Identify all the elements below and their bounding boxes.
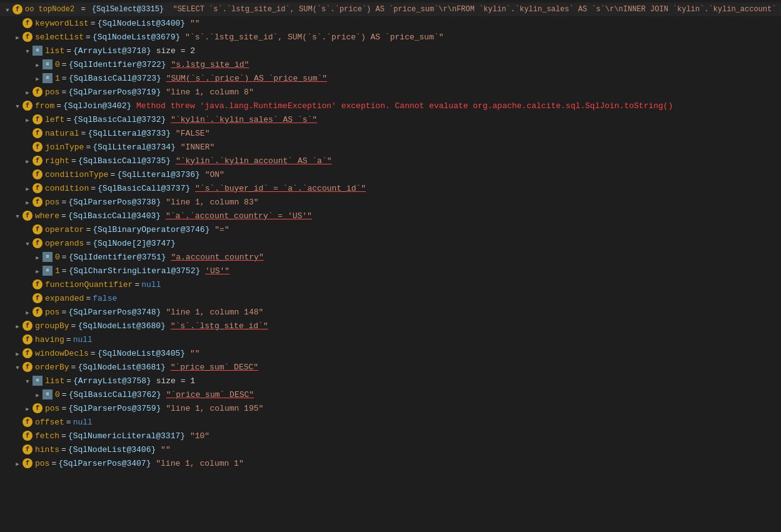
tree-rows: fkeywordList = {SqlNodeList@3400} ""fsel… <box>0 16 781 470</box>
expand-icon[interactable] <box>23 404 33 413</box>
ref-type: {SqlLiteral@3733} <box>88 129 171 138</box>
string-value: "line 1, column 8" <box>166 88 253 97</box>
field-icon: f <box>33 307 43 317</box>
key-name: joinType <box>45 143 84 152</box>
field-icon: f <box>33 128 43 138</box>
tree-row: fhaving = null <box>0 333 781 346</box>
key-name: from <box>35 101 54 111</box>
expand-icon[interactable] <box>33 266 43 276</box>
tree-row: foffset = null <box>0 415 781 429</box>
string-value: "a.account_country" <box>171 253 263 262</box>
ref-type: {SqlNodeList@3679} <box>93 33 180 42</box>
string-value: "INNER" <box>181 143 215 152</box>
field-icon: f <box>23 101 33 111</box>
list-icon: ≡ <box>33 46 43 56</box>
ref-type: {SqlBinaryOperator@3746} <box>93 225 209 234</box>
list-icon: ≡ <box>43 73 53 83</box>
string-value: "=" <box>214 225 229 234</box>
error-value: Method threw 'java.lang.RuntimeException… <box>136 101 673 111</box>
tree-row: fpos = {SqlParserPos@3407} "line 1, colu… <box>0 456 781 470</box>
ref-type: {SqlParserPos@3748} <box>68 308 161 317</box>
expand-icon[interactable] <box>13 363 23 372</box>
string-value: "SUM(`s`.`price`) AS `price_sum`" <box>166 74 327 83</box>
expand-icon[interactable] <box>33 390 43 399</box>
tree-row: fcondition = {SqlBasicCall@3737} "`s`.`b… <box>0 181 781 195</box>
ref-type: {SqlNodeList@3400} <box>98 19 185 28</box>
expand-icon[interactable] <box>23 156 33 166</box>
string-value: "`kylin`.`kylin_account` AS `a`" <box>176 156 332 166</box>
tree-row: fpos = {SqlParserPos@3759} "line 1, colu… <box>0 401 781 415</box>
header-row: f oo topNode2 = {SqlSelect@3315} "SELECT… <box>0 3 781 16</box>
string-value: "`a`.`account_country` = 'US'" <box>166 211 312 221</box>
ref-type: {SqlNodeList@3681} <box>78 363 165 372</box>
tree-container: f oo topNode2 = {SqlSelect@3315} "SELECT… <box>0 0 781 473</box>
expand-icon[interactable] <box>13 101 23 111</box>
key-name: condition <box>45 184 89 193</box>
tree-row: ≡1 = {SqlCharStringLiteral@3752} 'US'" <box>0 264 781 278</box>
key-name: list <box>45 376 64 386</box>
expand-icon[interactable] <box>33 74 43 83</box>
list-icon: ≡ <box>43 266 53 276</box>
expand-icon[interactable] <box>33 60 43 69</box>
header-value: "SELECT `s`.`lstg_site_id`, SUM(`s`.`pri… <box>168 5 781 14</box>
header-expand-icon[interactable] <box>3 5 13 14</box>
ref-type: {ArrayList@3718} <box>73 46 151 56</box>
field-icon: f <box>23 348 33 358</box>
string-value: "" <box>190 349 200 358</box>
key-name: functionQuantifier <box>45 280 133 289</box>
key-name: conditionType <box>45 170 108 179</box>
expand-icon[interactable] <box>13 211 23 221</box>
ref-type: {SqlBasicCall@3762} <box>69 390 161 399</box>
key-name: pos <box>35 459 49 468</box>
string-value: "`price_sum` DESC" <box>166 390 254 399</box>
ref-type: {SqlParserPos@3759} <box>68 404 161 413</box>
expand-icon[interactable] <box>23 46 33 56</box>
key-name: where <box>35 211 59 221</box>
tree-row: ffrom = {SqlJoin@3402} Method threw 'jav… <box>0 99 781 113</box>
tree-row: fexpanded = false <box>0 291 781 305</box>
null-value: null <box>73 335 93 344</box>
ref-type: {SqlBasicCall@3732} <box>73 115 166 124</box>
expand-icon[interactable] <box>23 376 33 386</box>
ref-type: {ArrayList@3758} <box>73 376 151 386</box>
expand-icon[interactable] <box>23 88 33 97</box>
tree-row: fleft = {SqlBasicCall@3732} "`kylin`.`ky… <box>0 113 781 126</box>
expand-icon[interactable] <box>13 349 23 358</box>
string-value: 'US'" <box>205 266 229 276</box>
tree-row: ≡1 = {SqlBasicCall@3723} "SUM(`s`.`price… <box>0 71 781 85</box>
list-icon: ≡ <box>33 376 43 386</box>
expand-icon[interactable] <box>23 198 33 207</box>
expand-icon[interactable] <box>13 321 23 331</box>
expand-icon[interactable] <box>23 184 33 193</box>
ref-type: {SqlBasicCall@3723} <box>69 74 161 83</box>
key-name: offset <box>35 418 64 427</box>
key-name: pos <box>45 404 59 413</box>
key-name: pos <box>45 88 59 97</box>
field-icon: f <box>33 156 43 166</box>
expand-icon[interactable] <box>13 459 23 468</box>
expand-icon[interactable] <box>13 33 23 42</box>
ref-type: {SqlBasicCall@3403} <box>68 211 161 221</box>
key-name: right <box>45 156 69 166</box>
key-name: selectList <box>35 33 84 42</box>
expand-icon[interactable] <box>23 239 33 248</box>
key-name: pos <box>45 198 59 207</box>
tree-row: ≡list = {ArrayList@3718} size = 2 <box>0 44 781 58</box>
string-value: "line 1, column 83" <box>166 198 258 207</box>
tree-row: fjoinType = {SqlLiteral@3734} "INNER" <box>0 140 781 154</box>
tree-row: fselectList = {SqlNodeList@3679} "`s`.`l… <box>0 30 781 44</box>
ref-type: {SqlBasicCall@3735} <box>78 156 171 166</box>
field-icon: f <box>33 403 43 413</box>
key-name: hints <box>35 445 59 454</box>
expand-icon[interactable] <box>23 308 33 317</box>
field-icon: f <box>33 169 43 179</box>
tree-row: ffunctionQuantifier = null <box>0 278 781 291</box>
key-name: fetch <box>35 431 59 441</box>
key-name: having <box>35 335 64 344</box>
expand-icon[interactable] <box>23 115 33 124</box>
expand-icon[interactable] <box>33 253 43 262</box>
key-name: 1 <box>55 74 60 83</box>
field-icon: f <box>33 87 43 97</box>
tree-row: ≡0 = {SqlBasicCall@3762} "`price_sum` DE… <box>0 388 781 401</box>
ref-type: {SqlNode[2]@3747} <box>93 239 176 248</box>
